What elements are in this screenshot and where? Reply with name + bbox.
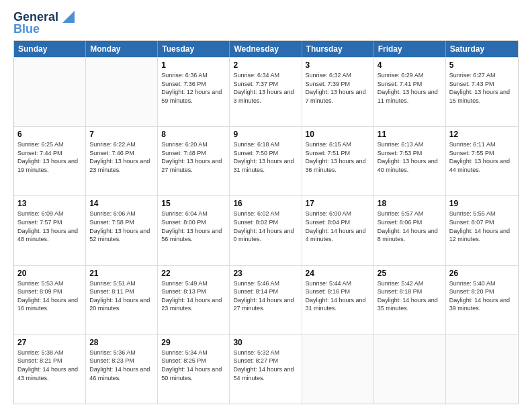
day-number: 26 (449, 269, 515, 278)
calendar: SundayMondayTuesdayWednesdayThursdayFrid… (13, 40, 519, 404)
calendar-week-1: 1Sunrise: 6:36 AMSunset: 7:36 PMDaylight… (14, 57, 518, 126)
calendar-cell: 24Sunrise: 5:44 AMSunset: 8:16 PMDayligh… (302, 266, 374, 334)
calendar-week-3: 13Sunrise: 6:09 AMSunset: 7:57 PMDayligh… (14, 195, 518, 265)
day-number: 10 (306, 130, 370, 139)
calendar-cell: 19Sunrise: 5:55 AMSunset: 8:07 PMDayligh… (446, 196, 518, 265)
cell-info: Sunrise: 5:38 AMSunset: 8:21 PMDaylight:… (17, 349, 82, 382)
cell-info: Sunrise: 5:32 AMSunset: 8:27 PMDaylight:… (233, 349, 298, 382)
cell-info: Sunrise: 6:29 AMSunset: 7:41 PMDaylight:… (378, 71, 442, 105)
day-number: 17 (306, 199, 370, 208)
calendar-cell: 16Sunrise: 6:02 AMSunset: 8:02 PMDayligh… (230, 196, 302, 265)
calendar-cell: 10Sunrise: 6:15 AMSunset: 7:51 PMDayligh… (302, 127, 374, 195)
cell-info: Sunrise: 6:20 AMSunset: 7:48 PMDaylight:… (161, 140, 226, 174)
calendar-cell: 4Sunrise: 6:29 AMSunset: 7:41 PMDaylight… (374, 58, 446, 126)
day-number: 5 (449, 60, 515, 70)
calendar-header-row: SundayMondayTuesdayWednesdayThursdayFrid… (14, 41, 518, 57)
calendar-cell: 11Sunrise: 6:13 AMSunset: 7:53 PMDayligh… (374, 127, 446, 195)
logo: General Blue (13, 11, 75, 35)
calendar-cell: 18Sunrise: 5:57 AMSunset: 8:06 PMDayligh… (374, 196, 446, 265)
day-number: 2 (233, 60, 298, 70)
logo-triangle-icon (60, 11, 75, 23)
cell-info: Sunrise: 6:18 AMSunset: 7:50 PMDaylight:… (233, 140, 298, 174)
cell-info: Sunrise: 6:22 AMSunset: 7:46 PMDaylight:… (89, 140, 154, 174)
calendar-cell: 20Sunrise: 5:53 AMSunset: 8:09 PMDayligh… (14, 266, 86, 334)
calendar-cell: 8Sunrise: 6:20 AMSunset: 7:48 PMDaylight… (158, 127, 230, 195)
day-number: 27 (17, 338, 82, 347)
header-day-tuesday: Tuesday (158, 41, 230, 57)
cell-info: Sunrise: 6:00 AMSunset: 8:04 PMDaylight:… (306, 210, 370, 243)
day-number: 11 (378, 130, 442, 139)
day-number: 6 (17, 130, 82, 139)
cell-info: Sunrise: 5:36 AMSunset: 8:23 PMDaylight:… (89, 349, 154, 382)
calendar-cell: 23Sunrise: 5:46 AMSunset: 8:14 PMDayligh… (230, 266, 302, 334)
cell-info: Sunrise: 5:34 AMSunset: 8:25 PMDaylight:… (161, 349, 226, 382)
calendar-cell: 28Sunrise: 5:36 AMSunset: 8:23 PMDayligh… (86, 335, 158, 404)
cell-info: Sunrise: 6:36 AMSunset: 7:36 PMDaylight:… (161, 71, 226, 105)
calendar-cell: 7Sunrise: 6:22 AMSunset: 7:46 PMDaylight… (86, 127, 158, 195)
day-number: 1 (161, 60, 226, 70)
svg-marker-0 (62, 11, 75, 23)
cell-info: Sunrise: 5:57 AMSunset: 8:06 PMDaylight:… (378, 210, 442, 243)
day-number: 25 (378, 269, 442, 278)
calendar-cell: 2Sunrise: 6:34 AMSunset: 7:37 PMDaylight… (230, 58, 302, 126)
calendar-cell (374, 335, 446, 404)
calendar-cell (446, 335, 518, 404)
cell-info: Sunrise: 6:25 AMSunset: 7:44 PMDaylight:… (17, 140, 82, 174)
calendar-cell: 12Sunrise: 6:11 AMSunset: 7:55 PMDayligh… (446, 127, 518, 195)
calendar-cell: 29Sunrise: 5:34 AMSunset: 8:25 PMDayligh… (158, 335, 230, 404)
calendar-cell: 5Sunrise: 6:27 AMSunset: 7:43 PMDaylight… (446, 58, 518, 126)
cell-info: Sunrise: 5:53 AMSunset: 8:09 PMDaylight:… (17, 279, 82, 313)
calendar-cell: 14Sunrise: 6:06 AMSunset: 7:58 PMDayligh… (86, 196, 158, 265)
day-number: 21 (89, 269, 154, 278)
calendar-cell: 21Sunrise: 5:51 AMSunset: 8:11 PMDayligh… (86, 266, 158, 334)
cell-info: Sunrise: 6:34 AMSunset: 7:37 PMDaylight:… (233, 71, 298, 105)
calendar-cell: 13Sunrise: 6:09 AMSunset: 7:57 PMDayligh… (14, 196, 86, 265)
cell-info: Sunrise: 5:46 AMSunset: 8:14 PMDaylight:… (233, 279, 298, 313)
header-day-thursday: Thursday (302, 41, 374, 57)
calendar-week-4: 20Sunrise: 5:53 AMSunset: 8:09 PMDayligh… (14, 265, 518, 334)
calendar-cell (302, 335, 374, 404)
day-number: 16 (233, 199, 298, 208)
calendar-body: 1Sunrise: 6:36 AMSunset: 7:36 PMDaylight… (14, 57, 518, 404)
day-number: 15 (161, 199, 226, 208)
day-number: 24 (306, 269, 370, 278)
day-number: 29 (161, 338, 226, 347)
day-number: 14 (89, 199, 154, 208)
calendar-week-2: 6Sunrise: 6:25 AMSunset: 7:44 PMDaylight… (14, 126, 518, 195)
day-number: 8 (161, 130, 226, 139)
day-number: 20 (17, 269, 82, 278)
day-number: 19 (449, 199, 515, 208)
calendar-cell (14, 58, 86, 126)
day-number: 12 (449, 130, 515, 139)
header-day-wednesday: Wednesday (230, 41, 302, 57)
day-number: 3 (306, 60, 370, 70)
calendar-week-5: 27Sunrise: 5:38 AMSunset: 8:21 PMDayligh… (14, 334, 518, 404)
day-number: 9 (233, 130, 298, 139)
day-number: 7 (89, 130, 154, 139)
calendar-cell: 15Sunrise: 6:04 AMSunset: 8:00 PMDayligh… (158, 196, 230, 265)
cell-info: Sunrise: 6:04 AMSunset: 8:00 PMDaylight:… (161, 210, 226, 243)
day-number: 4 (378, 60, 442, 70)
calendar-cell: 30Sunrise: 5:32 AMSunset: 8:27 PMDayligh… (230, 335, 302, 404)
cell-info: Sunrise: 6:27 AMSunset: 7:43 PMDaylight:… (449, 71, 515, 105)
cell-info: Sunrise: 6:15 AMSunset: 7:51 PMDaylight:… (306, 140, 370, 174)
logo-general: General (13, 11, 58, 23)
cell-info: Sunrise: 6:02 AMSunset: 8:02 PMDaylight:… (233, 210, 298, 243)
calendar-cell: 17Sunrise: 6:00 AMSunset: 8:04 PMDayligh… (302, 196, 374, 265)
calendar-cell: 25Sunrise: 5:42 AMSunset: 8:18 PMDayligh… (374, 266, 446, 334)
calendar-cell: 22Sunrise: 5:49 AMSunset: 8:13 PMDayligh… (158, 266, 230, 334)
calendar-cell: 26Sunrise: 5:40 AMSunset: 8:20 PMDayligh… (446, 266, 518, 334)
cell-info: Sunrise: 5:49 AMSunset: 8:13 PMDaylight:… (161, 279, 226, 313)
calendar-cell: 9Sunrise: 6:18 AMSunset: 7:50 PMDaylight… (230, 127, 302, 195)
cell-info: Sunrise: 6:06 AMSunset: 7:58 PMDaylight:… (89, 210, 154, 243)
day-number: 23 (233, 269, 298, 278)
cell-info: Sunrise: 5:51 AMSunset: 8:11 PMDaylight:… (89, 279, 154, 313)
calendar-cell: 1Sunrise: 6:36 AMSunset: 7:36 PMDaylight… (158, 58, 230, 126)
cell-info: Sunrise: 5:55 AMSunset: 8:07 PMDaylight:… (449, 210, 515, 243)
calendar-cell: 27Sunrise: 5:38 AMSunset: 8:21 PMDayligh… (14, 335, 86, 404)
cell-info: Sunrise: 6:11 AMSunset: 7:55 PMDaylight:… (449, 140, 515, 174)
header-day-sunday: Sunday (14, 41, 86, 57)
cell-info: Sunrise: 5:42 AMSunset: 8:18 PMDaylight:… (378, 279, 442, 313)
header-day-saturday: Saturday (446, 41, 518, 57)
cell-info: Sunrise: 6:32 AMSunset: 7:39 PMDaylight:… (306, 71, 370, 105)
